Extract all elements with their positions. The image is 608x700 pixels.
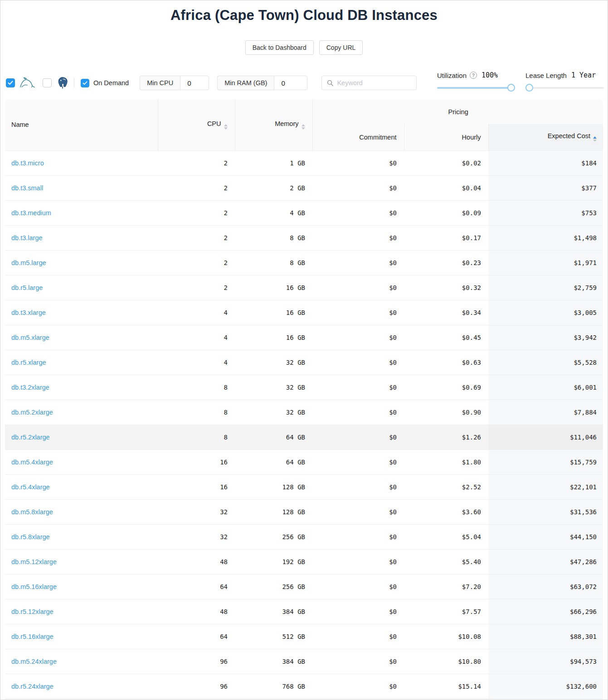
memory-value: 16 GB [235, 300, 312, 325]
memory-value: 32 GB [235, 400, 312, 425]
commitment-value: $0 [312, 474, 404, 499]
min-ram-group: Min RAM (GB) [217, 76, 307, 90]
commitment-value: $0 [312, 425, 404, 449]
hourly-value: $0.45 [404, 325, 488, 350]
instance-name-link[interactable]: db.t3.large [11, 234, 43, 241]
table-row[interactable]: db.m5.xlarge 4 16 GB $0 $0.45 $3,942 [5, 325, 603, 350]
table-row[interactable]: db.r5.12xlarge 48 384 GB $0 $7.57 $66,29… [5, 599, 603, 624]
instance-name-link[interactable]: db.m5.xlarge [11, 334, 49, 341]
cpu-value: 64 [158, 574, 235, 599]
table-row[interactable]: db.t3.medium 2 4 GB $0 $0.09 $753 [5, 200, 603, 225]
hourly-value: $10.08 [404, 624, 488, 649]
table-row[interactable]: db.r5.4xlarge 16 128 GB $0 $2.52 $22,101 [5, 474, 603, 499]
hourly-value: $0.90 [404, 400, 488, 425]
instance-name-link[interactable]: db.m5.4xlarge [11, 459, 53, 466]
memory-value: 384 GB [235, 599, 312, 624]
commitment-value: $0 [312, 449, 404, 474]
instance-name-link[interactable]: db.t3.xlarge [11, 309, 46, 316]
instance-name-link[interactable]: db.r5.large [11, 284, 43, 291]
utilization-slider-thumb[interactable] [507, 84, 515, 92]
instance-name-link[interactable]: db.r5.24xlarge [11, 683, 54, 690]
cpu-value: 2 [158, 275, 235, 300]
memory-value: 256 GB [235, 524, 312, 549]
keyword-search-box[interactable] [321, 76, 417, 90]
table-row[interactable]: db.r5.16xlarge 64 512 GB $0 $10.08 $88,3… [5, 624, 603, 649]
table-row[interactable]: db.r5.8xlarge 32 256 GB $0 $5.04 $44,150 [5, 524, 603, 549]
min-cpu-group: Min CPU [140, 76, 209, 90]
instance-name-link[interactable]: db.m5.8xlarge [11, 508, 53, 516]
table-row[interactable]: db.r5.xlarge 4 32 GB $0 $0.63 $5,528 [5, 350, 603, 375]
postgres-checkbox[interactable] [43, 78, 52, 87]
instance-name-link[interactable]: db.t3.small [11, 184, 43, 192]
on-demand-checkbox[interactable] [81, 79, 89, 87]
table-row[interactable]: db.t3.2xlarge 8 32 GB $0 $0.69 $6,001 [5, 375, 603, 400]
back-to-dashboard-button[interactable]: Back to Dashboard [245, 40, 314, 55]
memory-value: 128 GB [235, 499, 312, 524]
copy-url-button[interactable]: Copy URL [319, 40, 363, 55]
table-row[interactable]: db.t3.large 2 8 GB $0 $0.17 $1,498 [5, 225, 603, 250]
commitment-value: $0 [312, 674, 404, 699]
column-header-expected-cost[interactable]: Expected Cost [488, 124, 603, 150]
commitment-value: $0 [312, 574, 404, 599]
lease-length-slider-thumb[interactable] [525, 84, 533, 92]
cpu-value: 16 [158, 474, 235, 499]
memory-value: 1 GB [235, 150, 312, 175]
cpu-value: 64 [158, 624, 235, 649]
cpu-value: 8 [158, 425, 235, 449]
instance-name-link[interactable]: db.r5.8xlarge [11, 533, 50, 541]
cpu-value: 48 [158, 599, 235, 624]
pricing-group-header: Pricing [312, 99, 603, 124]
table-row[interactable]: db.m5.12xlarge 48 192 GB $0 $5.40 $47,28… [5, 549, 603, 574]
table-row[interactable]: db.r5.24xlarge 96 768 GB $0 $15.14 $132,… [5, 674, 603, 699]
instance-name-link[interactable]: db.t3.2xlarge [11, 384, 49, 391]
expected-cost-value: $1,971 [488, 250, 603, 275]
help-circle-icon[interactable]: ? [470, 72, 477, 79]
instance-name-link[interactable]: db.r5.xlarge [11, 359, 46, 366]
instance-name-link[interactable]: db.m5.2xlarge [11, 409, 53, 416]
instance-name-link[interactable]: db.t3.micro [11, 159, 44, 167]
hourly-value: $10.80 [404, 649, 488, 674]
instance-name-link[interactable]: db.m5.24xlarge [11, 658, 57, 665]
table-row[interactable]: db.m5.24xlarge 96 384 GB $0 $10.80 $94,5… [5, 649, 603, 674]
memory-value: 32 GB [235, 375, 312, 400]
slider-track[interactable] [525, 87, 604, 89]
instance-name-link[interactable]: db.m5.16xlarge [11, 583, 57, 590]
mysql-checkbox[interactable] [6, 78, 15, 87]
lease-length-slider[interactable] [525, 84, 604, 92]
cpu-value: 2 [158, 250, 235, 275]
instance-name-link[interactable]: db.m5.large [11, 259, 46, 266]
check-icon [83, 81, 88, 85]
utilization-slider[interactable] [437, 84, 513, 92]
table-row[interactable]: db.r5.2xlarge 8 64 GB $0 $1.26 $11,046 [5, 425, 603, 449]
table-row[interactable]: db.t3.small 2 2 GB $0 $0.04 $377 [5, 175, 603, 200]
table-row[interactable]: db.m5.8xlarge 32 128 GB $0 $3.60 $31,536 [5, 499, 603, 524]
table-row[interactable]: db.t3.xlarge 4 16 GB $0 $0.34 $3,005 [5, 300, 603, 325]
hourly-value: $15.14 [404, 674, 488, 699]
instance-name-link[interactable]: db.r5.4xlarge [11, 483, 50, 491]
table-row[interactable]: db.m5.4xlarge 16 64 GB $0 $1.80 $15,759 [5, 449, 603, 474]
instance-name-link[interactable]: db.t3.medium [11, 209, 51, 217]
instance-name-link[interactable]: db.r5.16xlarge [11, 633, 54, 640]
cpu-value: 32 [158, 524, 235, 549]
table-row[interactable]: db.r5.large 2 16 GB $0 $0.32 $2,759 [5, 275, 603, 300]
commitment-value: $0 [312, 175, 404, 200]
table-row[interactable]: db.m5.2xlarge 8 32 GB $0 $0.90 $7,884 [5, 400, 603, 425]
keyword-input[interactable] [337, 79, 411, 87]
column-header-memory[interactable]: Memory [235, 99, 312, 150]
instance-name-link[interactable]: db.r5.2xlarge [11, 434, 50, 441]
min-ram-input[interactable] [274, 76, 307, 90]
cpu-value: 48 [158, 549, 235, 574]
table-row[interactable]: db.m5.large 2 8 GB $0 $0.23 $1,971 [5, 250, 603, 275]
column-header-cpu[interactable]: CPU [158, 99, 235, 150]
expected-cost-value: $66,296 [488, 599, 603, 624]
table-row[interactable]: db.m5.16xlarge 64 256 GB $0 $7.20 $63,07… [5, 574, 603, 599]
instance-name-link[interactable]: db.m5.12xlarge [11, 558, 57, 565]
table-row[interactable]: db.t3.micro 2 1 GB $0 $0.02 $184 [5, 150, 603, 175]
min-cpu-input[interactable] [180, 76, 209, 90]
instance-name-link[interactable]: db.r5.12xlarge [11, 608, 54, 615]
cpu-value: 8 [158, 400, 235, 425]
expected-cost-value: $184 [488, 150, 603, 175]
min-cpu-label: Min CPU [140, 76, 180, 90]
filter-bar: On Demand Min CPU Min RAM (GB) Utilizati… [0, 73, 608, 94]
memory-value: 128 GB [235, 474, 312, 499]
